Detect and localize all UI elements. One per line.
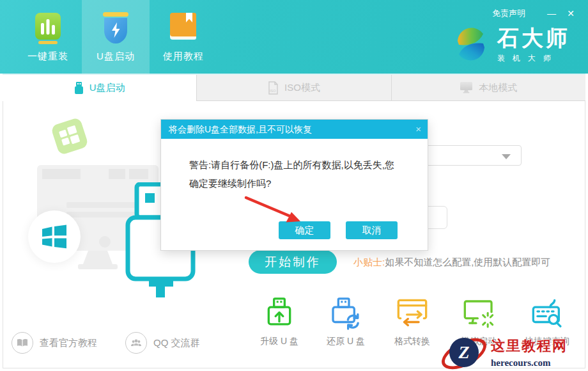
brand-swirl-icon: [453, 26, 490, 63]
brand-name: 石大师: [497, 26, 570, 50]
hotkey-lookup-icon: [531, 297, 563, 331]
usb-drive-icon: [74, 82, 84, 94]
shield-lightning-icon: [101, 12, 130, 45]
confirm-button[interactable]: 确定: [279, 221, 330, 239]
brand-subtitle: 装机大师: [497, 53, 570, 64]
windows-logo-circle: [28, 210, 81, 263]
nav-label: 一键重装: [27, 51, 68, 63]
windows-flag-icon: [41, 225, 68, 249]
nav-item-tutorial[interactable]: 使用教程: [150, 0, 217, 74]
iso-badge-text: ISO: [270, 89, 276, 93]
dialog-message-line1: 警告:请自行备份(F:)盘上的所有数据,以免丢失,您: [189, 155, 410, 174]
watermark-text: 这里教程网 herecours.com: [491, 336, 568, 368]
feature-restore-usb[interactable]: 还原 U 盘: [311, 297, 381, 347]
nav-label: 使用教程: [163, 51, 204, 63]
dialog-header: 将会删除U盘全部数据,且不可以恢复 ×: [161, 120, 428, 139]
feature-label: 还原 U 盘: [327, 336, 365, 347]
feature-upgrade-usb[interactable]: 升级 U 盘: [244, 297, 314, 347]
start-make-button[interactable]: 开始制作: [249, 250, 337, 274]
tab-local-mode[interactable]: 本地模式: [391, 75, 585, 101]
confirm-dialog: 将会删除U盘全部数据,且不可以恢复 × 警告:请自行备份(F:)盘上的所有数据,…: [160, 119, 428, 251]
main-nav: 一键重装 U盘启动 使用教程: [14, 0, 217, 74]
tab-iso-mode[interactable]: ISO ISO模式: [196, 75, 391, 101]
dialog-title: 将会删除U盘全部数据,且不可以恢复: [169, 124, 312, 134]
watermark-letter-badge: Z: [449, 338, 479, 367]
mode-tabs: U盘启动 ISO ISO模式 本地模式: [3, 74, 585, 101]
people-icon: [125, 332, 147, 354]
tip-body: 如果不知道怎么配置,使用默认配置即可: [385, 257, 550, 267]
watermark-title: 这里教程网: [491, 336, 568, 356]
nav-item-usb-boot[interactable]: U盘启动: [82, 0, 150, 74]
feature-format-convert[interactable]: 格式转换: [377, 297, 447, 347]
tab-label: ISO模式: [284, 82, 320, 94]
site-watermark: Z 这里教程网 herecours.com: [440, 335, 588, 371]
simulate-boot-icon: [463, 297, 495, 331]
bar-chart-icon: [33, 12, 63, 45]
cancel-button[interactable]: 取消: [346, 221, 398, 239]
usb-restore-icon: [330, 297, 362, 331]
window-controls: 免责声明 — ✕: [492, 6, 588, 20]
close-button[interactable]: ✕: [561, 6, 580, 20]
dialog-close-icon[interactable]: ×: [415, 120, 421, 139]
feature-label: 格式转换: [394, 336, 430, 347]
iso-file-icon: ISO: [268, 81, 279, 95]
official-tutorial-link[interactable]: 查看官方教程: [12, 332, 97, 354]
tab-label: 本地模式: [479, 82, 517, 94]
book-icon: [169, 12, 198, 45]
title-bar: 一键重装 U盘启动 使用教程: [0, 0, 588, 74]
dialog-message: 警告:请自行备份(F:)盘上的所有数据,以免丢失,您 确定要继续制作吗?: [189, 155, 410, 193]
tip-label: 小贴士:: [353, 257, 385, 267]
disclaimer-link[interactable]: 免责声明: [492, 8, 525, 19]
tab-label: U盘启动: [89, 82, 125, 94]
minimize-button[interactable]: —: [542, 6, 561, 20]
nav-item-reinstall[interactable]: 一键重装: [14, 0, 82, 74]
monitor-icon: [460, 82, 473, 93]
watermark-domain: herecours.com: [491, 358, 568, 368]
nav-label: U盘启动: [97, 51, 135, 63]
chevron-down-icon: [502, 154, 511, 159]
app-window: 一键重装 U盘启动 使用教程: [0, 0, 588, 371]
format-convert-icon: [396, 297, 428, 331]
tab-usb-boot[interactable]: U盘启动: [3, 75, 196, 101]
footer-link-label: QQ 交流群: [153, 337, 200, 349]
feature-label: 升级 U 盘: [260, 336, 298, 347]
dialog-message-line2: 确定要继续制作吗?: [189, 174, 410, 193]
brand-logo: 石大师 装机大师: [453, 26, 570, 64]
book-icon: [12, 332, 33, 354]
tip-text: 小贴士:如果不知道怎么配置,使用默认配置即可: [353, 257, 550, 269]
qq-group-link[interactable]: QQ 交流群: [125, 332, 200, 354]
usb-upgrade-icon: [263, 297, 295, 331]
footer-link-label: 查看官方教程: [40, 337, 97, 349]
windows-tile-illustration: [50, 116, 89, 156]
brand-text: 石大师 装机大师: [497, 26, 570, 64]
